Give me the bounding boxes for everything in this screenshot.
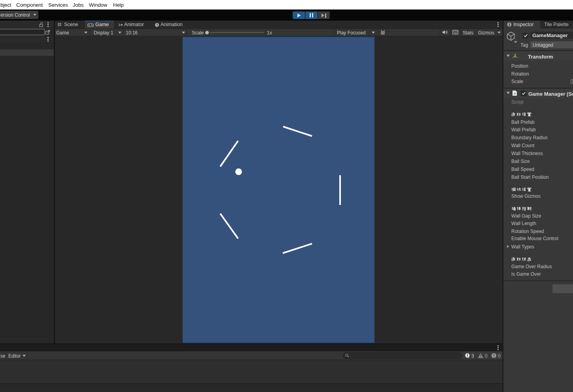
- svg-text:#: #: [514, 92, 516, 96]
